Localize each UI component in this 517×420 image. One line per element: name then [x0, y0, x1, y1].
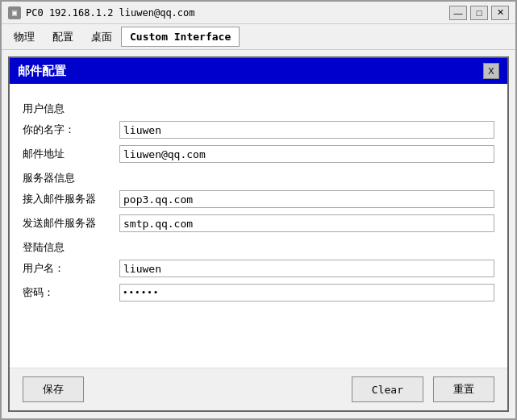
- menu-item-config[interactable]: 配置: [44, 26, 82, 48]
- section-server-info: 服务器信息: [23, 171, 494, 185]
- password-label: 密码：: [23, 285, 119, 300]
- name-input[interactable]: [119, 121, 494, 139]
- maximize-button[interactable]: □: [470, 6, 488, 20]
- password-input[interactable]: [119, 284, 494, 301]
- dialog-header: 邮件配置 X: [10, 58, 507, 84]
- dialog-close-button[interactable]: X: [483, 63, 499, 79]
- incoming-row: 接入邮件服务器: [23, 190, 494, 208]
- section-login-info: 登陆信息: [23, 240, 494, 255]
- menu-item-desktop[interactable]: 桌面: [82, 26, 121, 48]
- incoming-input[interactable]: [119, 190, 494, 208]
- outgoing-input[interactable]: [119, 214, 494, 232]
- title-bar: ▣ PC0 192.168.1.2 liuwen@qq.com — □ ✕: [2, 2, 515, 24]
- email-label: 邮件地址: [23, 147, 119, 161]
- window-title: PC0 192.168.1.2 liuwen@qq.com: [26, 7, 449, 19]
- bottom-bar: 保存 Clear 重置: [10, 368, 507, 410]
- right-buttons: Clear 重置: [352, 376, 494, 402]
- section-user-info: 用户信息: [23, 102, 494, 116]
- outgoing-row: 发送邮件服务器: [23, 214, 494, 232]
- form-body: 用户信息 你的名字： 邮件地址 服务器信息 接入邮件服务器 发送邮件服务器: [10, 84, 507, 368]
- incoming-label: 接入邮件服务器: [23, 192, 119, 206]
- inner-panel: 邮件配置 X 用户信息 你的名字： 邮件地址 服务器信息 接入邮件服: [8, 56, 509, 412]
- username-row: 用户名：: [23, 260, 494, 277]
- close-button[interactable]: ✕: [491, 6, 509, 20]
- password-row: 密码：: [23, 284, 494, 301]
- outgoing-label: 发送邮件服务器: [23, 216, 119, 231]
- menu-item-custom[interactable]: Custom Interface: [121, 27, 240, 47]
- window-controls: — □ ✕: [449, 6, 509, 20]
- username-label: 用户名：: [23, 261, 119, 276]
- menu-bar: 物理 配置 桌面 Custom Interface: [2, 24, 515, 50]
- menu-item-physics[interactable]: 物理: [5, 26, 44, 48]
- app-icon: ▣: [8, 6, 21, 19]
- name-label: 你的名字：: [23, 123, 119, 137]
- minimize-button[interactable]: —: [449, 6, 467, 20]
- main-window: ▣ PC0 192.168.1.2 liuwen@qq.com — □ ✕ 物理…: [0, 0, 517, 420]
- dialog-title: 邮件配置: [18, 64, 66, 79]
- name-row: 你的名字：: [23, 121, 494, 139]
- reset-button[interactable]: 重置: [433, 376, 494, 402]
- email-input[interactable]: [119, 145, 494, 163]
- username-input[interactable]: [119, 260, 494, 277]
- content-area: 邮件配置 X 用户信息 你的名字： 邮件地址 服务器信息 接入邮件服: [2, 50, 515, 418]
- email-row: 邮件地址: [23, 145, 494, 163]
- clear-button[interactable]: Clear: [352, 376, 423, 402]
- save-button[interactable]: 保存: [23, 376, 84, 402]
